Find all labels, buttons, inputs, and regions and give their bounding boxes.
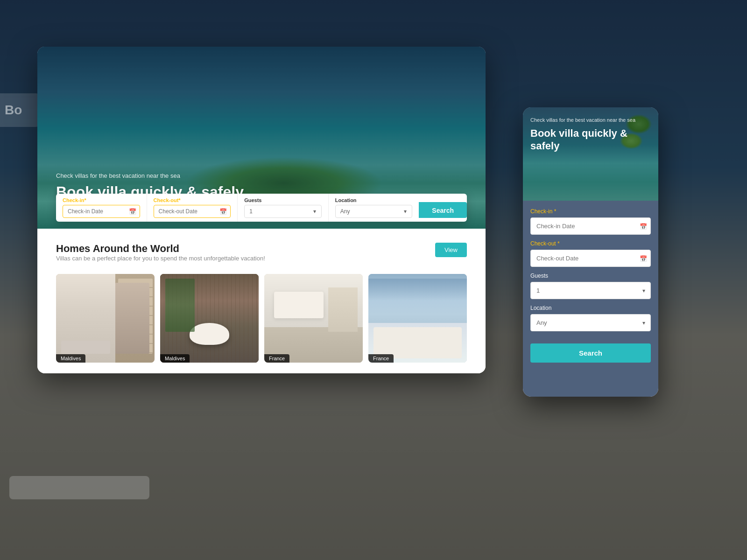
mobile-form: Check-in * 📅 Check-out * 📅 Guests 1 2 [523,201,658,397]
mobile-checkin-calendar-icon: 📅 [640,223,647,230]
mobile-hero-title: Book villa quickly & safely [530,127,651,152]
property-card-3[interactable]: France [264,274,363,363]
hero-subtitle: Check villas for the best vacation near … [56,172,244,179]
property-tag-2: Maldives [160,354,190,363]
checkin-field-group: Check-in* 📅 [56,194,147,222]
guests-select-wrapper: 1 2 3 4 5+ [244,205,322,218]
mobile-hero-content: Check villas for the best vacation near … [523,107,658,157]
section-description: Villas can be a perfect place for you to… [56,255,265,262]
search-bar: Check-in* 📅 Check-out* 📅 [37,194,486,229]
location-select-wrapper: Any Maldives France Trance Bali [335,205,413,218]
mobile-guests-group: Guests 1 2 3 4 5+ [530,273,651,299]
property-grid: Maldives Maldives France [56,274,467,363]
mobile-card: Check villas for the best vacation near … [523,107,658,397]
section-title: Homes Around the World [56,243,265,255]
checkout-input-wrapper: 📅 [154,205,231,218]
guests-field-group: Guests 1 2 3 4 5+ [238,194,329,222]
property-card-2[interactable]: Maldives [160,274,259,363]
hero-section: Check villas for the best vacation near … [37,47,486,229]
mobile-checkin-input[interactable] [530,217,651,235]
property-card-1[interactable]: Maldives [56,274,155,363]
mobile-location-group: Location Any Maldives France Trance Bali [530,305,651,331]
mobile-location-select-wrapper: Any Maldives France Trance Bali [530,314,651,331]
mobile-checkout-calendar-icon: 📅 [640,255,647,262]
guests-select[interactable]: 1 2 3 4 5+ [244,205,322,218]
section-header: Homes Around the World Villas can be a p… [56,243,467,271]
checkin-calendar-icon: 📅 [129,208,136,215]
mobile-location-select[interactable]: Any Maldives France Trance Bali [530,314,651,331]
checkout-label: Check-out* [154,197,231,203]
mobile-checkout-input-wrapper: 📅 [530,250,651,267]
mobile-checkout-label: Check-out * [530,240,651,247]
location-select[interactable]: Any Maldives France Trance Bali [335,205,413,218]
checkin-label: Check-in* [63,197,140,203]
search-button-wrap: Search [419,194,467,222]
mobile-checkin-label: Check-in * [530,208,651,215]
checkout-calendar-icon: 📅 [219,208,227,215]
property-tag-3: France [264,354,289,363]
view-all-button[interactable]: View [435,243,467,257]
mobile-hero-subtitle: Check villas for the best vacation near … [530,117,651,124]
checkin-input-wrapper: 📅 [63,205,140,218]
bg-hint-text: Bo [0,93,40,127]
property-card-4[interactable]: France [368,274,467,363]
mobile-checkin-input-wrapper: 📅 [530,217,651,235]
search-button[interactable]: Search [419,202,467,218]
mobile-checkin-group: Check-in * 📅 [530,208,651,235]
mobile-guests-select[interactable]: 1 2 3 4 5+ [530,282,651,299]
mobile-guests-label: Guests [530,273,651,279]
guests-label: Guests [244,197,322,203]
location-label: Location [335,197,413,203]
desktop-card: Check villas for the best vacation near … [37,47,486,373]
mobile-hero-section: Check villas for the best vacation near … [523,107,658,201]
mobile-location-label: Location [530,305,651,311]
mobile-checkout-group: Check-out * 📅 [530,240,651,267]
property-tag-4: France [368,354,394,363]
location-field-group: Location Any Maldives France Trance Bali [329,194,419,222]
bathtub-shape [190,323,229,345]
section-title-group: Homes Around the World Villas can be a p… [56,243,265,271]
bg-search-hint [9,476,149,499]
properties-section: Homes Around the World Villas can be a p… [37,229,486,373]
mobile-checkout-input[interactable] [530,250,651,267]
search-fields: Check-in* 📅 Check-out* 📅 [56,194,467,222]
mobile-search-button[interactable]: Search [530,343,651,363]
checkout-field-group: Check-out* 📅 [147,194,238,222]
mobile-guests-select-wrapper: 1 2 3 4 5+ [530,282,651,299]
property-tag-1: Maldives [56,354,85,363]
